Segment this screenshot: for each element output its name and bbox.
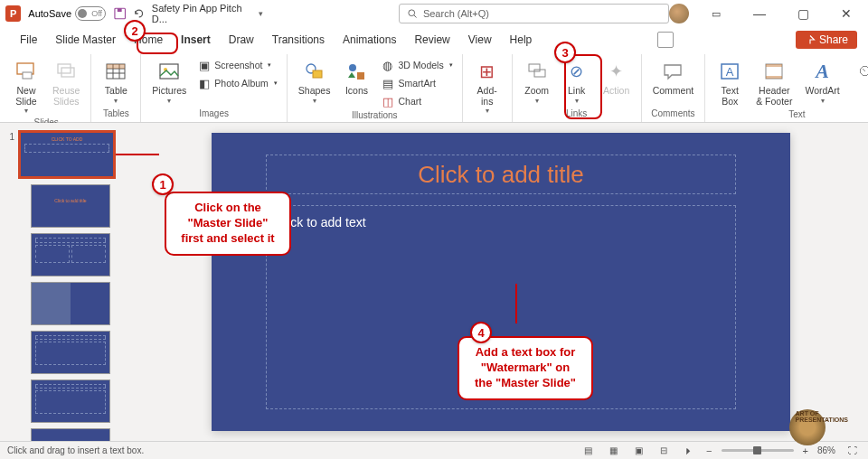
fit-view-icon[interactable]: ⛶ <box>844 443 861 459</box>
status-bar: Click and drag to insert a text box. ▤ ▦… <box>0 441 868 459</box>
svg-rect-17 <box>313 70 322 78</box>
group-tables: Table ▾ Tables <box>91 54 141 122</box>
normal-view-icon[interactable]: ▦ <box>605 443 621 459</box>
autosave-toggle[interactable]: Off <box>75 6 106 21</box>
annotation-text-4: Add a text box for "Watermark" on the "M… <box>458 336 593 400</box>
powerpoint-icon: P <box>5 5 21 22</box>
tab-insert[interactable]: Insert <box>172 30 220 50</box>
comments-button[interactable] <box>657 32 674 48</box>
autosave-control[interactable]: AutoSave Off <box>28 6 106 21</box>
minimize-button[interactable]: — <box>743 1 776 26</box>
group-links: Zoom ▾ ⊘ Link ▾ ✦ Action Links <box>513 54 642 122</box>
shapes-button[interactable]: Shapes ▾ <box>293 56 336 108</box>
ribbon-options-icon[interactable]: ▭ <box>700 1 732 26</box>
comment-button[interactable]: Comment <box>647 56 700 99</box>
thumb-layout[interactable] <box>31 331 110 374</box>
thumbnail-panel: 1 CLICK TO ADD Click to add title Click … <box>0 123 134 441</box>
svg-rect-7 <box>61 68 74 77</box>
zoom-button[interactable]: Zoom ▾ <box>518 56 556 108</box>
svg-rect-1 <box>118 8 122 12</box>
reuse-slides-button: Reuse Slides <box>47 56 85 109</box>
annotation-bubble-4: 4 <box>470 322 492 343</box>
group-images: Pictures ▾ ▣Screenshot▾ ◧Photo Album▾ Im… <box>141 54 287 122</box>
search-input[interactable]: Search (Alt+Q) <box>399 4 669 23</box>
svg-point-2 <box>409 10 415 16</box>
close-button[interactable]: ✕ <box>830 1 863 26</box>
thumb-layout[interactable] <box>31 379 110 423</box>
tab-view[interactable]: View <box>459 30 501 50</box>
share-icon <box>805 34 816 45</box>
status-hint: Click and drag to insert a text box. <box>7 445 144 455</box>
smartart-button[interactable]: ▤SmartArt <box>377 74 456 92</box>
undo-icon[interactable] <box>132 6 146 21</box>
pictures-button[interactable]: Pictures ▾ <box>146 56 192 108</box>
action-button: ✦ Action <box>598 56 636 99</box>
tab-draw[interactable]: Draw <box>220 30 263 50</box>
thumb-master-slide[interactable]: CLICK TO ADD <box>18 130 116 179</box>
group-text: A Text Box Header & Footer A WordArt ▾ ⏲… <box>705 54 868 122</box>
photo-album-button[interactable]: ◧Photo Album▾ <box>193 74 281 92</box>
header-footer-button[interactable]: Header & Footer <box>750 56 797 109</box>
table-button[interactable]: Table ▾ <box>97 56 135 108</box>
svg-rect-14 <box>160 64 178 79</box>
svg-rect-19 <box>357 72 364 80</box>
svg-rect-5 <box>23 72 32 79</box>
share-button[interactable]: Share <box>796 31 857 49</box>
group-illustrations: Shapes ▾ Icons ◍3D Models▾ ▤SmartArt ◫Ch… <box>288 54 463 122</box>
maximize-button[interactable]: ▢ <box>787 1 819 26</box>
chevron-down-icon: ▾ <box>259 9 263 18</box>
svg-rect-25 <box>766 64 782 67</box>
slidesorter-view-icon[interactable]: ▣ <box>630 443 646 459</box>
svg-rect-13 <box>107 64 125 69</box>
addins-button[interactable]: ⊞ Add- ins ▾ <box>468 56 506 117</box>
icons-button[interactable]: Icons <box>337 56 375 99</box>
thumb-layout[interactable]: Click to add title <box>31 428 110 441</box>
svg-rect-6 <box>58 64 71 73</box>
text-box-button[interactable]: A Text Box <box>711 56 749 109</box>
annotation-line-4 <box>515 284 517 323</box>
3d-models-button[interactable]: ◍3D Models▾ <box>377 56 456 74</box>
reading-view-icon[interactable]: ⊟ <box>656 443 672 459</box>
autosave-label: AutoSave <box>28 8 71 19</box>
user-avatar[interactable] <box>669 4 689 23</box>
slideshow-view-icon[interactable]: ⏵ <box>681 443 697 459</box>
date-time-button[interactable]: ⏲ <box>847 56 868 87</box>
tab-help[interactable]: Help <box>501 30 542 50</box>
group-slides: New Slide ▾ Reuse Slides Slides <box>2 54 91 122</box>
group-addins: ⊞ Add- ins ▾ <box>463 54 513 122</box>
group-comments: Comment Comments <box>642 54 706 122</box>
svg-point-18 <box>349 64 356 71</box>
wordart-button[interactable]: A WordArt ▾ <box>799 56 844 108</box>
svg-rect-26 <box>766 76 782 79</box>
chart-button[interactable]: ◫Chart <box>377 92 456 110</box>
tab-slide-master[interactable]: Slide Master <box>46 30 125 50</box>
main-area: 1 CLICK TO ADD Click to add title Click … <box>0 123 868 441</box>
title-placeholder[interactable]: Click to add title <box>266 155 736 194</box>
thumb-layout[interactable]: Click to add title <box>31 184 110 228</box>
thumb-layout[interactable] <box>31 233 110 276</box>
annotation-bubble-2: 2 <box>124 20 146 42</box>
ribbon: New Slide ▾ Reuse Slides Slides Table ▾ … <box>0 52 868 123</box>
watermark-logo: ART OFPRESENTATIONS <box>772 401 843 454</box>
annotation-line-1 <box>116 154 159 155</box>
tab-file[interactable]: File <box>11 30 46 50</box>
thumb-number: 1 <box>5 130 14 142</box>
save-icon[interactable] <box>113 6 127 21</box>
new-slide-button[interactable]: New Slide ▾ <box>7 56 45 117</box>
svg-line-3 <box>414 15 417 18</box>
document-title[interactable]: Safety Pin App Pitch D... ▾ <box>152 3 263 24</box>
tab-transitions[interactable]: Transitions <box>263 30 334 50</box>
annotation-bubble-3: 3 <box>554 42 576 63</box>
svg-text:A: A <box>726 65 734 79</box>
annotation-bubble-1: 1 <box>152 173 174 195</box>
screenshot-button[interactable]: ▣Screenshot▾ <box>193 56 281 74</box>
tab-animations[interactable]: Animations <box>334 30 405 50</box>
link-button[interactable]: ⊘ Link ▾ <box>558 56 596 108</box>
tab-review[interactable]: Review <box>405 30 458 50</box>
notes-view-icon[interactable]: ▤ <box>580 443 596 459</box>
annotation-text-1: Click on the "Master Slide" first and se… <box>165 192 291 256</box>
thumb-layout[interactable] <box>31 282 110 325</box>
search-icon <box>407 8 418 19</box>
